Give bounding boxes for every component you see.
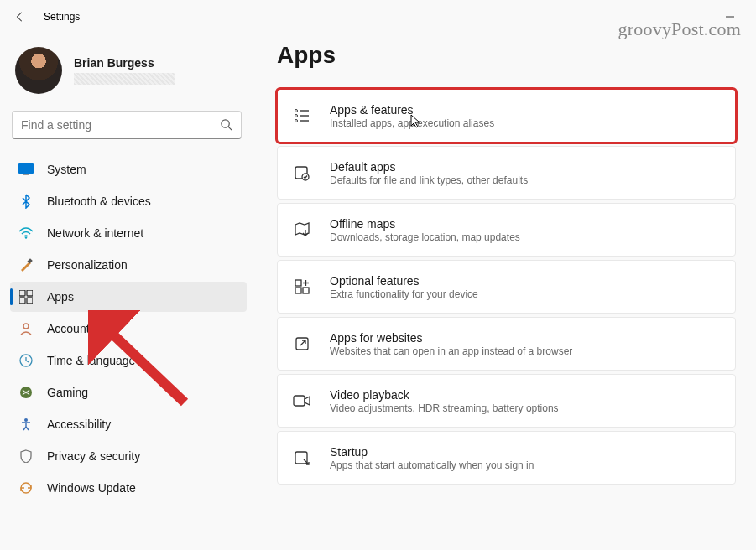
- bluetooth-icon: [18, 194, 34, 209]
- list-icon: [293, 106, 311, 125]
- open-external-icon: [293, 335, 311, 353]
- card-default-apps[interactable]: Default apps Defaults for file and link …: [277, 146, 736, 200]
- svg-rect-23: [295, 280, 301, 286]
- sidebar-item-apps[interactable]: Apps: [10, 282, 247, 312]
- svg-point-14: [24, 418, 28, 422]
- svg-rect-6: [27, 258, 32, 263]
- window-controls: [711, 3, 749, 30]
- startup-icon: [293, 449, 311, 467]
- svg-rect-24: [295, 288, 301, 293]
- card-subtitle: Video adjustments, HDR streaming, batter…: [330, 402, 559, 414]
- grid-plus-icon: [293, 278, 311, 296]
- search-icon: [220, 118, 232, 131]
- card-subtitle: Websites that can open in an app instead…: [330, 345, 572, 357]
- card-startup[interactable]: Startup Apps that start automatically wh…: [277, 431, 736, 485]
- svg-rect-3: [18, 163, 34, 174]
- nav-label: Bluetooth & devices: [47, 195, 151, 208]
- card-subtitle: Extra functionality for your device: [330, 288, 478, 300]
- svg-rect-27: [294, 396, 305, 406]
- nav-label: System: [47, 163, 86, 176]
- map-download-icon: [293, 221, 311, 239]
- sidebar-item-privacy[interactable]: Privacy & security: [10, 441, 247, 471]
- sidebar-item-system[interactable]: System: [10, 154, 247, 184]
- svg-rect-8: [27, 290, 33, 296]
- nav-label: Gaming: [47, 386, 88, 399]
- svg-point-17: [295, 115, 298, 117]
- svg-point-1: [222, 120, 229, 127]
- svg-point-19: [295, 120, 298, 122]
- search-box[interactable]: [12, 111, 242, 139]
- xbox-icon: [18, 385, 34, 400]
- card-video-playback[interactable]: Video playback Video adjustments, HDR st…: [277, 374, 736, 428]
- app-title: Settings: [44, 11, 80, 23]
- svg-rect-7: [19, 290, 25, 296]
- person-icon: [18, 321, 34, 336]
- nav-label: Privacy & security: [47, 449, 140, 463]
- card-title: Apps for websites: [330, 331, 572, 345]
- sidebar: Brian Burgess System Bluetooth & devices…: [0, 34, 252, 550]
- svg-rect-4: [23, 174, 29, 175]
- sync-icon: [18, 480, 34, 496]
- svg-rect-28: [295, 452, 307, 464]
- nav-label: Accounts: [47, 322, 96, 335]
- video-icon: [293, 392, 311, 410]
- apps-icon: [18, 289, 34, 304]
- search-input[interactable]: [21, 118, 220, 132]
- arrow-left-icon: [14, 11, 26, 23]
- wifi-icon: [18, 226, 34, 241]
- card-subtitle: Installed apps, app execution aliases: [330, 117, 494, 129]
- accessibility-icon: [18, 417, 34, 432]
- nav-label: Accessibility: [47, 418, 111, 431]
- sidebar-item-accounts[interactable]: Accounts: [10, 314, 247, 344]
- card-title: Video playback: [330, 388, 559, 402]
- svg-point-5: [25, 236, 27, 238]
- nav-label: Personalization: [47, 258, 128, 272]
- content-area: Apps Apps & features Installed apps, app…: [252, 34, 756, 550]
- nav-label: Windows Update: [47, 481, 136, 495]
- minimize-icon: [726, 13, 734, 21]
- card-subtitle: Downloads, storage location, map updates: [330, 231, 520, 243]
- display-icon: [18, 162, 34, 177]
- user-email-redacted: [74, 73, 175, 85]
- svg-rect-10: [27, 298, 33, 304]
- svg-point-11: [23, 324, 29, 329]
- nav-label: Apps: [47, 290, 74, 304]
- svg-rect-25: [303, 288, 309, 293]
- sidebar-item-accessibility[interactable]: Accessibility: [10, 409, 247, 439]
- card-apps-features[interactable]: Apps & features Installed apps, app exec…: [277, 89, 736, 143]
- user-name: Brian Burgess: [74, 56, 175, 70]
- sidebar-item-time[interactable]: Time & language: [10, 345, 247, 376]
- page-title: Apps: [277, 42, 736, 69]
- sidebar-item-gaming[interactable]: Gaming: [10, 377, 247, 407]
- sidebar-item-bluetooth[interactable]: Bluetooth & devices: [10, 186, 247, 216]
- card-apps-websites[interactable]: Apps for websites Websites that can open…: [277, 317, 736, 371]
- card-title: Optional features: [330, 274, 478, 288]
- sidebar-item-personalization[interactable]: Personalization: [10, 250, 247, 280]
- user-block[interactable]: Brian Burgess: [10, 40, 247, 107]
- nav-label: Network & internet: [47, 226, 143, 240]
- card-title: Offline maps: [330, 217, 520, 231]
- nav-list: System Bluetooth & devices Network & int…: [10, 154, 247, 503]
- svg-point-15: [295, 110, 298, 112]
- sidebar-item-network[interactable]: Network & internet: [10, 218, 247, 248]
- sidebar-item-update[interactable]: Windows Update: [10, 473, 247, 503]
- titlebar: Settings: [0, 0, 756, 34]
- card-offline-maps[interactable]: Offline maps Downloads, storage location…: [277, 203, 736, 257]
- minimize-button[interactable]: [711, 3, 749, 30]
- svg-rect-9: [19, 298, 25, 304]
- default-apps-icon: [293, 163, 311, 182]
- card-optional-features[interactable]: Optional features Extra functionality fo…: [277, 260, 736, 314]
- nav-label: Time & language: [47, 354, 135, 367]
- card-subtitle: Apps that start automatically when you s…: [330, 459, 534, 471]
- avatar: [15, 47, 62, 94]
- back-button[interactable]: [7, 3, 34, 30]
- card-title: Default apps: [330, 160, 528, 174]
- globe-clock-icon: [18, 353, 34, 368]
- paintbrush-icon: [18, 257, 34, 272]
- shield-icon: [18, 449, 34, 464]
- svg-line-2: [228, 127, 232, 130]
- card-title: Startup: [330, 445, 534, 459]
- card-title: Apps & features: [330, 103, 494, 117]
- card-subtitle: Defaults for file and link types, other …: [330, 174, 528, 186]
